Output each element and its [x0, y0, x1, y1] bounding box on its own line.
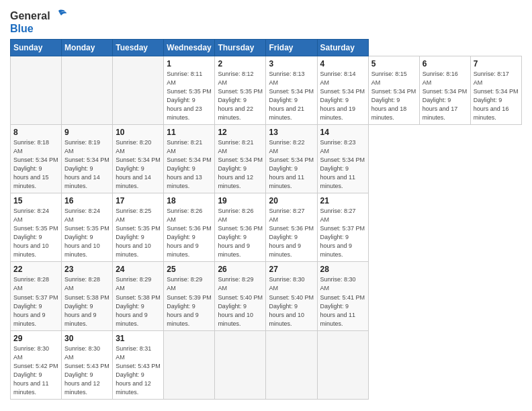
calendar-cell: 22Sunrise: 8:28 AMSunset: 5:37 PMDayligh… [11, 262, 62, 330]
calendar-week-3: 15Sunrise: 8:24 AMSunset: 5:35 PMDayligh… [11, 193, 522, 262]
day-detail: Sunrise: 8:30 AMSunset: 5:43 PMDaylight:… [64, 345, 109, 397]
calendar-cell [62, 56, 113, 124]
calendar-cell: 5Sunrise: 8:15 AMSunset: 5:34 PMDaylight… [368, 56, 419, 124]
calendar-cell [113, 56, 164, 124]
day-number: 20 [269, 196, 314, 205]
day-detail: Sunrise: 8:24 AMSunset: 5:35 PMDaylight:… [13, 207, 58, 259]
day-detail: Sunrise: 8:15 AMSunset: 5:34 PMDaylight:… [371, 70, 416, 122]
day-detail: Sunrise: 8:12 AMSunset: 5:35 PMDaylight:… [218, 70, 263, 122]
calendar-table: SundayMondayTuesdayWednesdayThursdayFrid… [10, 39, 522, 400]
day-detail: Sunrise: 8:21 AMSunset: 5:34 PMDaylight:… [167, 138, 212, 191]
day-number: 1 [167, 59, 212, 68]
day-number: 18 [167, 196, 212, 205]
day-detail: Sunrise: 8:30 AMSunset: 5:40 PMDaylight:… [269, 275, 314, 328]
weekday-header-row: SundayMondayTuesdayWednesdayThursdayFrid… [11, 39, 522, 56]
calendar-cell: 11Sunrise: 8:21 AMSunset: 5:34 PMDayligh… [164, 124, 215, 193]
calendar-cell: 16Sunrise: 8:24 AMSunset: 5:35 PMDayligh… [62, 193, 113, 262]
logo-wordmark: General Blue [10, 9, 66, 35]
day-detail: Sunrise: 8:14 AMSunset: 5:34 PMDaylight:… [320, 70, 365, 122]
calendar-cell: 3Sunrise: 8:13 AMSunset: 5:34 PMDaylight… [266, 56, 317, 124]
calendar-week-2: 8Sunrise: 8:18 AMSunset: 5:34 PMDaylight… [11, 124, 522, 193]
weekday-header-wednesday: Wednesday [164, 39, 215, 56]
calendar-cell: 14Sunrise: 8:23 AMSunset: 5:34 PMDayligh… [317, 124, 368, 193]
calendar-week-1: 1Sunrise: 8:11 AMSunset: 5:35 PMDaylight… [11, 56, 522, 124]
weekday-header-sunday: Sunday [11, 39, 62, 56]
calendar-cell: 20Sunrise: 8:27 AMSunset: 5:36 PMDayligh… [266, 193, 317, 262]
calendar-cell: 17Sunrise: 8:25 AMSunset: 5:35 PMDayligh… [113, 193, 164, 262]
day-number: 25 [167, 265, 212, 274]
day-number: 21 [320, 196, 365, 205]
day-number: 27 [269, 265, 314, 274]
logo: General Blue [10, 9, 66, 35]
day-number: 11 [167, 128, 212, 137]
day-number: 26 [218, 265, 263, 274]
calendar-cell: 1Sunrise: 8:11 AMSunset: 5:35 PMDaylight… [164, 56, 215, 124]
day-number: 16 [64, 196, 109, 205]
day-number: 24 [116, 265, 161, 274]
day-number: 19 [218, 196, 263, 205]
calendar-cell [317, 330, 368, 399]
day-number: 28 [320, 265, 365, 274]
calendar-cell: 24Sunrise: 8:29 AMSunset: 5:38 PMDayligh… [113, 262, 164, 330]
day-detail: Sunrise: 8:27 AMSunset: 5:36 PMDaylight:… [269, 207, 314, 259]
day-detail: Sunrise: 8:22 AMSunset: 5:34 PMDaylight:… [269, 138, 314, 191]
calendar-cell: 21Sunrise: 8:27 AMSunset: 5:37 PMDayligh… [317, 193, 368, 262]
calendar-cell: 27Sunrise: 8:30 AMSunset: 5:40 PMDayligh… [266, 262, 317, 330]
day-detail: Sunrise: 8:27 AMSunset: 5:37 PMDaylight:… [320, 207, 365, 259]
day-detail: Sunrise: 8:28 AMSunset: 5:37 PMDaylight:… [13, 275, 58, 328]
calendar-cell [164, 330, 215, 399]
day-detail: Sunrise: 8:18 AMSunset: 5:34 PMDaylight:… [13, 138, 58, 191]
calendar-week-5: 29Sunrise: 8:30 AMSunset: 5:42 PMDayligh… [11, 330, 522, 399]
day-number: 13 [269, 128, 314, 137]
day-detail: Sunrise: 8:29 AMSunset: 5:39 PMDaylight:… [167, 275, 212, 328]
day-number: 3 [269, 59, 314, 68]
weekday-header-saturday: Saturday [317, 39, 368, 56]
day-number: 8 [13, 128, 58, 137]
day-number: 2 [218, 59, 263, 68]
logo-blue: Blue [10, 23, 66, 35]
day-detail: Sunrise: 8:13 AMSunset: 5:34 PMDaylight:… [269, 70, 314, 122]
calendar-cell: 28Sunrise: 8:30 AMSunset: 5:41 PMDayligh… [317, 262, 368, 330]
calendar-cell: 4Sunrise: 8:14 AMSunset: 5:34 PMDaylight… [317, 56, 368, 124]
day-number: 30 [64, 334, 109, 343]
day-detail: Sunrise: 8:25 AMSunset: 5:35 PMDaylight:… [116, 207, 161, 259]
day-number: 15 [13, 196, 58, 205]
weekday-header-friday: Friday [266, 39, 317, 56]
day-number: 12 [218, 128, 263, 137]
day-detail: Sunrise: 8:16 AMSunset: 5:34 PMDaylight:… [423, 70, 468, 122]
calendar-cell: 31Sunrise: 8:31 AMSunset: 5:43 PMDayligh… [113, 330, 164, 399]
page-container: General Blue SundayMondayTuesdayWednesda… [0, 0, 532, 405]
weekday-header-monday: Monday [62, 39, 113, 56]
weekday-header-thursday: Thursday [215, 39, 266, 56]
weekday-header-tuesday: Tuesday [113, 39, 164, 56]
calendar-cell: 8Sunrise: 8:18 AMSunset: 5:34 PMDaylight… [11, 124, 62, 193]
day-detail: Sunrise: 8:20 AMSunset: 5:34 PMDaylight:… [116, 138, 161, 191]
calendar-cell [266, 330, 317, 399]
day-detail: Sunrise: 8:19 AMSunset: 5:34 PMDaylight:… [64, 138, 109, 191]
day-number: 5 [371, 59, 416, 68]
calendar-cell: 7Sunrise: 8:17 AMSunset: 5:34 PMDaylight… [470, 56, 521, 124]
day-number: 22 [13, 265, 58, 274]
calendar-cell: 9Sunrise: 8:19 AMSunset: 5:34 PMDaylight… [62, 124, 113, 193]
day-detail: Sunrise: 8:30 AMSunset: 5:42 PMDaylight:… [13, 345, 58, 397]
day-detail: Sunrise: 8:23 AMSunset: 5:34 PMDaylight:… [320, 138, 365, 191]
day-detail: Sunrise: 8:30 AMSunset: 5:41 PMDaylight:… [320, 275, 365, 328]
logo-bird-icon [52, 9, 66, 23]
day-number: 29 [13, 334, 58, 343]
calendar-cell [11, 56, 62, 124]
calendar-cell: 18Sunrise: 8:26 AMSunset: 5:36 PMDayligh… [164, 193, 215, 262]
day-number: 23 [64, 265, 109, 274]
day-number: 9 [64, 128, 109, 137]
day-number: 10 [116, 128, 161, 137]
day-number: 31 [116, 334, 161, 343]
calendar-cell [215, 330, 266, 399]
day-detail: Sunrise: 8:28 AMSunset: 5:38 PMDaylight:… [64, 275, 109, 328]
calendar-cell: 13Sunrise: 8:22 AMSunset: 5:34 PMDayligh… [266, 124, 317, 193]
day-number: 7 [474, 59, 519, 68]
day-detail: Sunrise: 8:26 AMSunset: 5:36 PMDaylight:… [167, 207, 212, 259]
day-number: 4 [320, 59, 365, 68]
calendar-cell: 19Sunrise: 8:26 AMSunset: 5:36 PMDayligh… [215, 193, 266, 262]
day-detail: Sunrise: 8:29 AMSunset: 5:38 PMDaylight:… [116, 275, 161, 328]
day-detail: Sunrise: 8:26 AMSunset: 5:36 PMDaylight:… [218, 207, 263, 259]
day-number: 14 [320, 128, 365, 137]
